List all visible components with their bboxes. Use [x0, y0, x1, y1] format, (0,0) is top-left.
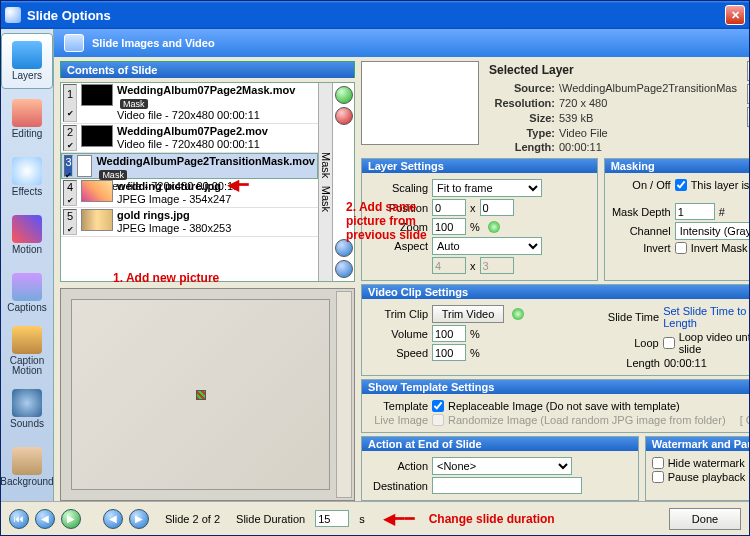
thumb-icon [81, 125, 113, 147]
list-item[interactable]: 1 WeddingAlbum07Page2Mask.mov MaskVideo … [61, 83, 318, 124]
template-checkbox[interactable] [432, 400, 444, 412]
volume-input[interactable] [432, 325, 466, 342]
slide-list: 1 WeddingAlbum07Page2Mask.mov MaskVideo … [60, 82, 355, 282]
nav-motion[interactable]: Motion [1, 207, 53, 263]
ribbon: Slide Images and Video Slide ? [54, 29, 750, 57]
nav-effects[interactable]: Effects [1, 149, 53, 205]
pos-x-input[interactable] [432, 199, 466, 216]
trim-info-icon[interactable] [512, 308, 524, 320]
aspect-select[interactable]: Auto [432, 237, 542, 255]
list-item[interactable]: 5 gold rings.jpgJPEG Image - 380x253 [61, 208, 318, 237]
first-button[interactable]: ⏮ [9, 509, 29, 529]
annotation-add-new: 1. Add new picture [113, 271, 219, 281]
video-settings-header: Video Clip Settings [362, 285, 750, 299]
set-slide-time-link[interactable]: Set Slide Time to Video Length [663, 305, 750, 329]
annotation-change-duration: Change slide duration [429, 512, 555, 526]
ribbon-icon [64, 34, 84, 52]
list-item[interactable]: 4 wedding picture.jpg◀━JPEG Image - 354x… [61, 179, 318, 208]
action-header: Action at End of Slide [362, 437, 638, 451]
left-nav: Layers Editing Effects Motion Captions C… [1, 29, 54, 501]
contents-header: Contents of Slide [60, 61, 355, 78]
slide-counter: Slide 2 of 2 [165, 513, 220, 525]
action-select[interactable]: <None> [432, 457, 572, 475]
mask-on-checkbox[interactable] [675, 179, 687, 191]
arrow-icon: ◀━━ [383, 514, 415, 524]
title-bar: Slide Options ✕ [1, 1, 749, 29]
move-down-button[interactable] [335, 260, 353, 278]
watermark-header: Watermark and Pause [646, 437, 750, 451]
zoom-input[interactable] [432, 218, 466, 235]
zoom-reset-icon[interactable] [488, 221, 500, 233]
ribbon-title: Slide Images and Video [92, 37, 215, 49]
thumb-icon [81, 84, 113, 106]
nav-layers[interactable]: Layers [1, 33, 53, 89]
list-item-selected[interactable]: 3 WeddingAlbumPage2TransitionMask.mov Ma… [61, 153, 318, 179]
mask-depth-input[interactable] [675, 203, 715, 220]
thumb-icon [77, 155, 92, 177]
play-button[interactable]: ▶ [61, 509, 81, 529]
speed-input[interactable] [432, 344, 466, 361]
channel-select[interactable]: Intensity (Grayscale) [675, 222, 750, 240]
nav-next-button[interactable]: ▶ [129, 509, 149, 529]
hide-watermark-checkbox[interactable] [652, 457, 664, 469]
remove-button[interactable] [335, 107, 353, 125]
pos-y-input[interactable] [480, 199, 514, 216]
masking-header: Masking [605, 159, 750, 173]
preview-area [60, 288, 355, 501]
close-button[interactable]: ✕ [725, 5, 745, 25]
destination-input[interactable] [432, 477, 582, 494]
trim-video-button[interactable]: Trim Video [432, 305, 504, 323]
thumb-icon [81, 209, 113, 231]
app-icon [5, 7, 21, 23]
pause-playback-checkbox[interactable] [652, 471, 664, 483]
scaling-select[interactable]: Fit to frame [432, 179, 542, 197]
preview-canvas[interactable] [71, 299, 330, 490]
invert-mask-checkbox[interactable] [675, 242, 687, 254]
nav-background[interactable]: Background [1, 439, 53, 495]
selected-layer-info: Selected Layer Source:\WeddingAlbumPage2… [485, 61, 741, 155]
duration-label: Slide Duration [236, 513, 305, 525]
add-button[interactable] [335, 86, 353, 104]
nav-editing[interactable]: Editing [1, 91, 53, 147]
mask-strip: Mask Mask [318, 83, 332, 281]
prev-button[interactable]: ◀ [35, 509, 55, 529]
duration-input[interactable] [315, 510, 349, 527]
live-image-checkbox [432, 414, 444, 426]
aspect-a-input [432, 257, 466, 274]
selected-thumb [361, 61, 479, 145]
done-button[interactable]: Done [669, 508, 741, 530]
nav-captions[interactable]: Captions [1, 265, 53, 321]
scrollbar[interactable] [336, 291, 352, 498]
thumb-icon [81, 180, 113, 202]
annotation-add-same: 2. Add same picture from previous slide [346, 201, 436, 242]
window-title: Slide Options [27, 8, 725, 23]
aspect-b-input [480, 257, 514, 274]
nav-sounds[interactable]: Sounds [1, 381, 53, 437]
nav-prev-button[interactable]: ◀ [103, 509, 123, 529]
template-settings-header: Show Template Settings [362, 380, 750, 394]
list-item[interactable]: 2 WeddingAlbum07Page2.movVideo file - 72… [61, 124, 318, 153]
resize-handle[interactable] [196, 390, 206, 400]
loop-checkbox[interactable] [663, 337, 675, 349]
nav-caption-motion[interactable]: Caption Motion [1, 323, 53, 379]
layer-settings-header: Layer Settings [362, 159, 597, 173]
bottom-bar: ⏮ ◀ ▶ ◀ ▶ Slide 2 of 2 Slide Duration s … [1, 501, 749, 535]
